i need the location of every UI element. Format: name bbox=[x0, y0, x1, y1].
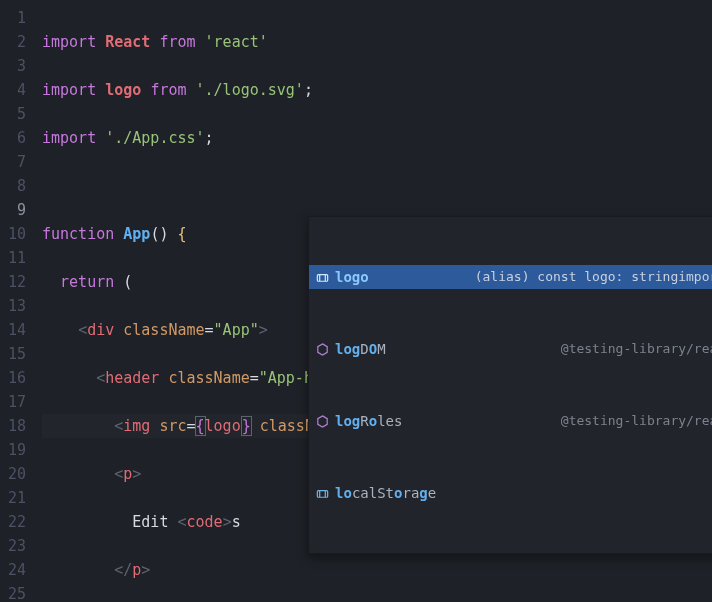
suggestion-item[interactable]: localStorage bbox=[309, 481, 712, 505]
svg-rect-0 bbox=[317, 274, 327, 281]
line-number: 22 bbox=[0, 510, 26, 534]
line-number: 1 bbox=[0, 6, 26, 30]
line-number: 14 bbox=[0, 318, 26, 342]
line-number: 8 bbox=[0, 174, 26, 198]
suggestion-item[interactable]: logDOM @testing-library/react bbox=[309, 337, 712, 361]
code-editor[interactable]: 1 2 3 4 5 6 7 8 9 10 11 12 13 14 15 16 1… bbox=[0, 0, 712, 602]
svg-rect-1 bbox=[317, 490, 327, 497]
line-number: 16 bbox=[0, 366, 26, 390]
suggestion-detail: (alias) const logo: stringimport… bbox=[475, 265, 712, 289]
line-number: 7 bbox=[0, 150, 26, 174]
code-line[interactable]: </p> bbox=[42, 558, 712, 582]
suggestion-label: logRoles bbox=[335, 409, 402, 433]
suggestion-detail: @testing-library/react bbox=[561, 409, 712, 433]
suggestion-item[interactable]: logRoles @testing-library/react bbox=[309, 409, 712, 433]
variable-icon bbox=[313, 268, 331, 286]
code-line[interactable]: import React from 'react' bbox=[42, 30, 712, 54]
line-number: 20 bbox=[0, 462, 26, 486]
line-number: 25 bbox=[0, 582, 26, 602]
line-number: 5 bbox=[0, 102, 26, 126]
line-number: 4 bbox=[0, 78, 26, 102]
suggestion-detail: @testing-library/react bbox=[561, 337, 712, 361]
line-number-gutter: 1 2 3 4 5 6 7 8 9 10 11 12 13 14 15 16 1… bbox=[0, 0, 42, 602]
suggestion-label: logo bbox=[335, 265, 369, 289]
line-number: 19 bbox=[0, 438, 26, 462]
line-number: 9 bbox=[0, 198, 26, 222]
method-icon bbox=[313, 340, 331, 358]
variable-icon bbox=[313, 484, 331, 502]
line-number: 18 bbox=[0, 414, 26, 438]
line-number: 6 bbox=[0, 126, 26, 150]
line-number: 3 bbox=[0, 54, 26, 78]
code-line[interactable] bbox=[42, 174, 712, 198]
code-line[interactable]: import logo from './logo.svg'; bbox=[42, 78, 712, 102]
intellisense-popup[interactable]: logo (alias) const logo: stringimport… l… bbox=[308, 216, 712, 554]
line-number: 17 bbox=[0, 390, 26, 414]
method-icon bbox=[313, 412, 331, 430]
suggestion-label: logDOM bbox=[335, 337, 386, 361]
code-area[interactable]: import React from 'react' import logo fr… bbox=[42, 0, 712, 602]
line-number: 10 bbox=[0, 222, 26, 246]
line-number: 11 bbox=[0, 246, 26, 270]
suggestion-item[interactable]: logo (alias) const logo: stringimport… bbox=[309, 265, 712, 289]
line-number: 12 bbox=[0, 270, 26, 294]
line-number: 2 bbox=[0, 30, 26, 54]
line-number: 13 bbox=[0, 294, 26, 318]
suggestion-label: localStorage bbox=[335, 481, 436, 505]
line-number: 23 bbox=[0, 534, 26, 558]
line-number: 21 bbox=[0, 486, 26, 510]
code-line[interactable]: import './App.css'; bbox=[42, 126, 712, 150]
line-number: 24 bbox=[0, 558, 26, 582]
line-number: 15 bbox=[0, 342, 26, 366]
